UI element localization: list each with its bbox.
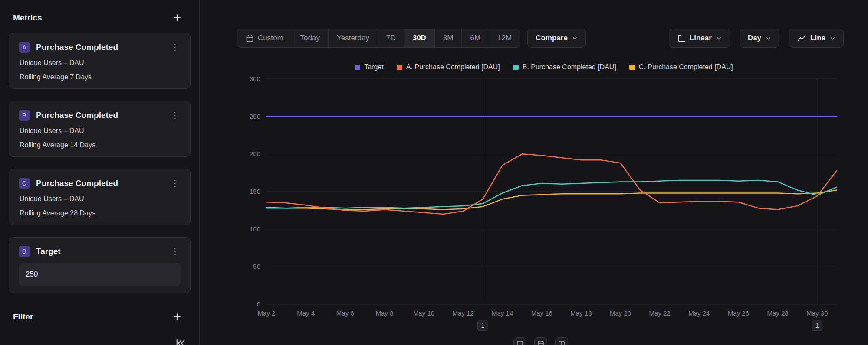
range-custom-button[interactable]: Custom xyxy=(237,29,292,47)
range-label: 6M xyxy=(470,34,480,42)
chevron-down-icon xyxy=(572,36,578,41)
svg-text:1: 1 xyxy=(815,322,819,329)
range-30d-button[interactable]: 30D xyxy=(404,29,435,47)
range-label: 7D xyxy=(386,34,396,42)
chart-display-controls: Linear Day Line xyxy=(669,29,844,48)
range-label: 12M xyxy=(497,34,512,42)
target-badge: D xyxy=(19,246,30,257)
svg-text:May 28: May 28 xyxy=(767,309,788,317)
filter-header: Filter + xyxy=(9,312,191,322)
target-title: Target xyxy=(36,247,170,256)
metric-title[interactable]: Purchase Completed xyxy=(36,42,170,52)
legend-label: Target xyxy=(364,63,383,71)
filter-heading: Filter xyxy=(13,312,33,322)
compare-button[interactable]: Compare xyxy=(527,29,586,48)
date-range-selector: Custom Today Yesterday 7D 30D 3M 6M 12M xyxy=(237,29,520,48)
svg-text:300: 300 xyxy=(250,75,260,82)
svg-text:May 4: May 4 xyxy=(297,309,315,317)
range-label: 30D xyxy=(413,34,426,42)
granularity-select[interactable]: Day xyxy=(740,29,779,48)
chart-type-select[interactable]: Line xyxy=(789,29,844,48)
chart-panel: Custom Today Yesterday 7D 30D 3M 6M 12M … xyxy=(200,0,868,345)
svg-text:May 14: May 14 xyxy=(492,309,513,317)
range-today-button[interactable]: Today xyxy=(292,29,329,47)
legend-item-a[interactable]: A. Purchase Completed [DAU] xyxy=(397,63,500,71)
calendar-icon xyxy=(246,34,254,42)
metrics-line-chart[interactable]: 050100150200250300May 2May 4May 6May 8Ma… xyxy=(236,75,855,335)
range-6m-button[interactable]: 6M xyxy=(462,29,489,47)
svg-text:50: 50 xyxy=(253,263,260,270)
metric-badge-b: B xyxy=(19,110,30,121)
svg-text:0: 0 xyxy=(257,300,260,308)
legend-item-b[interactable]: B. Purchase Completed [DAU] xyxy=(513,63,616,71)
compare-label: Compare xyxy=(536,34,568,42)
scale-label: Linear xyxy=(690,34,712,42)
metric-title[interactable]: Purchase Completed xyxy=(36,179,170,188)
collapse-icon xyxy=(175,338,186,345)
svg-text:1: 1 xyxy=(481,322,485,329)
svg-text:May 6: May 6 xyxy=(336,309,354,317)
chevron-down-icon xyxy=(716,36,722,41)
kebab-menu-icon[interactable]: ⋮ xyxy=(170,179,181,188)
view-option-button-2[interactable] xyxy=(534,337,547,345)
add-filter-button[interactable]: + xyxy=(173,312,181,321)
legend-label: B. Purchase Completed [DAU] xyxy=(523,63,616,71)
range-3m-button[interactable]: 3M xyxy=(435,29,462,47)
svg-text:May 30: May 30 xyxy=(806,309,828,317)
svg-text:May 2: May 2 xyxy=(258,309,276,317)
scale-select[interactable]: Linear xyxy=(669,29,730,48)
legend-swatch xyxy=(629,65,635,70)
svg-text:100: 100 xyxy=(250,225,260,233)
target-value-input[interactable] xyxy=(19,263,181,286)
svg-text:May 24: May 24 xyxy=(688,309,710,317)
range-12m-button[interactable]: 12M xyxy=(489,29,520,47)
table-icon xyxy=(537,340,544,345)
metric-measure[interactable]: Unique Users – DAU xyxy=(19,58,181,67)
metric-transform[interactable]: Rolling Average 14 Days xyxy=(19,140,181,150)
kebab-menu-icon[interactable]: ⋮ xyxy=(170,247,181,256)
metric-measure[interactable]: Unique Users – DAU xyxy=(19,126,181,135)
chart-toolbar: Custom Today Yesterday 7D 30D 3M 6M 12M … xyxy=(237,29,844,48)
panel-icon xyxy=(516,340,523,345)
range-label: Custom xyxy=(258,34,283,42)
kebab-menu-icon[interactable]: ⋮ xyxy=(170,43,181,52)
svg-text:200: 200 xyxy=(250,150,260,157)
granularity-label: Day xyxy=(748,34,761,42)
svg-text:May 16: May 16 xyxy=(531,309,552,317)
svg-text:May 18: May 18 xyxy=(570,309,592,317)
range-label: Today xyxy=(300,34,320,42)
range-yesterday-button[interactable]: Yesterday xyxy=(329,29,378,47)
add-metric-button[interactable]: + xyxy=(173,13,181,22)
chart-legend: Target A. Purchase Completed [DAU] B. Pu… xyxy=(237,63,851,71)
metric-title[interactable]: Purchase Completed xyxy=(36,111,170,120)
view-option-button-3[interactable] xyxy=(555,337,568,345)
legend-item-target[interactable]: Target xyxy=(355,63,383,71)
metric-measure[interactable]: Unique Users – DAU xyxy=(19,194,181,203)
chart-type-label: Line xyxy=(810,34,825,42)
sidebar: Metrics + A Purchase Completed ⋮ Unique … xyxy=(0,0,200,345)
legend-swatch xyxy=(397,65,402,70)
legend-swatch xyxy=(513,65,519,70)
linear-scale-icon xyxy=(677,34,685,42)
view-option-button-1[interactable] xyxy=(513,337,526,345)
svg-text:May 26: May 26 xyxy=(728,309,749,317)
range-7d-button[interactable]: 7D xyxy=(378,29,404,47)
metric-badge-c: C xyxy=(19,178,30,189)
svg-text:May 12: May 12 xyxy=(453,309,474,317)
target-card: D Target ⋮ xyxy=(9,237,191,293)
svg-text:250: 250 xyxy=(250,113,260,120)
collapse-sidebar-button[interactable] xyxy=(175,338,186,345)
legend-item-c[interactable]: C. Purchase Completed [DAU] xyxy=(629,63,733,71)
svg-text:May 8: May 8 xyxy=(375,309,393,317)
expand-icon xyxy=(558,340,565,345)
line-chart-icon xyxy=(797,34,806,42)
bottom-view-toolbar xyxy=(513,337,568,345)
metric-card-c: C Purchase Completed ⋮ Unique Users – DA… xyxy=(9,169,191,225)
kebab-menu-icon[interactable]: ⋮ xyxy=(170,111,181,120)
metric-transform[interactable]: Rolling Average 7 Days xyxy=(19,72,181,81)
metric-card-a: A Purchase Completed ⋮ Unique Users – DA… xyxy=(9,33,191,89)
metrics-heading: Metrics xyxy=(13,13,42,23)
metric-transform[interactable]: Rolling Average 28 Days xyxy=(19,208,181,218)
legend-label: A. Purchase Completed [DAU] xyxy=(406,63,500,71)
svg-text:May 20: May 20 xyxy=(610,309,631,317)
